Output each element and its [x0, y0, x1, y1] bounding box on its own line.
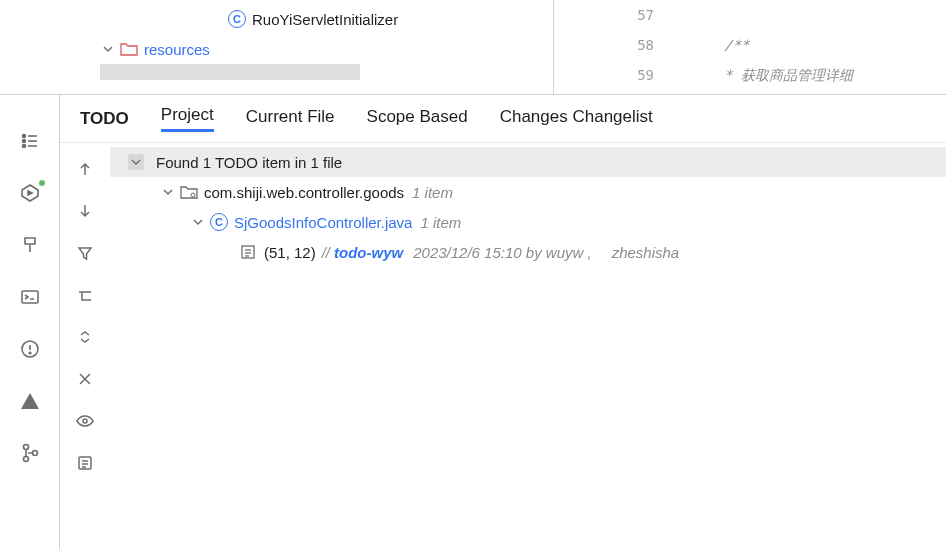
- chevron-down-icon[interactable]: [190, 214, 206, 230]
- class-icon: C: [210, 213, 228, 231]
- class-name: RuoYiServletInitializer: [252, 11, 398, 28]
- project-tree: C RuoYiServletInitializer resources: [0, 0, 553, 94]
- structure-icon[interactable]: [16, 127, 44, 155]
- terminal-icon[interactable]: [16, 283, 44, 311]
- settings-icon[interactable]: [73, 451, 97, 475]
- package-name: com.shiji.web.controller.goods: [204, 184, 404, 201]
- chevron-down-icon[interactable]: [100, 41, 116, 57]
- resources-label: resources: [144, 41, 210, 58]
- todo-summary-row[interactable]: Found 1 TODO item in 1 file: [110, 147, 946, 177]
- build-icon[interactable]: [16, 231, 44, 259]
- svg-point-9: [29, 352, 31, 354]
- chevron-down-icon[interactable]: [160, 184, 176, 200]
- panel-toolbar: [60, 143, 110, 549]
- tree-class-row[interactable]: C RuoYiServletInitializer: [0, 4, 553, 34]
- services-icon[interactable]: [16, 179, 44, 207]
- location: (51, 12): [264, 244, 316, 261]
- todo-extra: zheshisha: [612, 244, 680, 261]
- svg-point-11: [23, 457, 28, 462]
- code-area[interactable]: /** * 获取商品管理详细: [674, 0, 946, 94]
- warnings-icon[interactable]: [16, 387, 44, 415]
- line-number: 57: [554, 0, 654, 30]
- collapse-icon[interactable]: [73, 325, 97, 349]
- todo-package-row[interactable]: com.shiji.web.controller.goods 1 item: [110, 177, 946, 207]
- todo-item-row[interactable]: (51, 12) // todo-wyw 2023/12/6 15:10 by …: [110, 237, 946, 267]
- text-icon: [240, 244, 256, 260]
- close-icon[interactable]: [73, 367, 97, 391]
- panel-title: TODO: [80, 109, 129, 129]
- tab-scope-based[interactable]: Scope Based: [367, 107, 468, 131]
- folder-icon: [120, 41, 138, 57]
- status-dot: [38, 179, 46, 187]
- editor-gutter: 57 58 59: [554, 0, 674, 94]
- package-count: 1 item: [412, 184, 453, 201]
- summary-text: Found 1 TODO item in 1 file: [156, 154, 342, 171]
- svg-point-2: [22, 140, 25, 143]
- expand-all-icon[interactable]: [73, 283, 97, 307]
- code-line: * 获取商品管理详细: [674, 60, 946, 90]
- class-icon: C: [228, 10, 246, 28]
- comment-slashes: //: [322, 244, 330, 261]
- left-tool-bar: [0, 95, 60, 549]
- todo-file-row[interactable]: C SjGoodsInfoController.java 1 item: [110, 207, 946, 237]
- svg-point-18: [191, 193, 195, 197]
- todo-panel: TODO Project Current File Scope Based Ch…: [60, 95, 946, 549]
- problems-icon[interactable]: [16, 335, 44, 363]
- editor-pane: 57 58 59 /** * 获取商品管理详细: [553, 0, 946, 94]
- tree-selected-row[interactable]: [100, 64, 360, 80]
- file-name: SjGoodsInfoController.java: [234, 214, 412, 231]
- line-number: 58: [554, 30, 654, 60]
- panel-tabs: TODO Project Current File Scope Based Ch…: [60, 95, 946, 143]
- svg-rect-6: [22, 291, 38, 303]
- filter-icon[interactable]: [73, 241, 97, 265]
- preview-icon[interactable]: [73, 409, 97, 433]
- svg-point-4: [22, 145, 25, 148]
- arrow-up-icon[interactable]: [73, 157, 97, 181]
- svg-point-10: [23, 445, 28, 450]
- code-line: /**: [674, 30, 946, 60]
- tab-changes[interactable]: Changes Changelist: [500, 107, 653, 131]
- tree-resources-row[interactable]: resources: [0, 34, 553, 64]
- tab-project[interactable]: Project: [161, 105, 214, 132]
- svg-point-0: [22, 135, 25, 138]
- svg-point-12: [32, 451, 37, 456]
- svg-point-13: [83, 419, 87, 423]
- tab-current-file[interactable]: Current File: [246, 107, 335, 131]
- line-number: 59: [554, 60, 654, 90]
- todo-tag: todo-wyw: [334, 244, 403, 261]
- vcs-icon[interactable]: [16, 439, 44, 467]
- file-count: 1 item: [420, 214, 461, 231]
- todo-tree: Found 1 TODO item in 1 file com.shiji.we…: [110, 143, 946, 549]
- arrow-down-icon[interactable]: [73, 199, 97, 223]
- todo-meta: 2023/12/6 15:10 by wuyw ,: [413, 244, 591, 261]
- chevron-down-icon[interactable]: [128, 154, 144, 170]
- package-icon: [180, 184, 198, 200]
